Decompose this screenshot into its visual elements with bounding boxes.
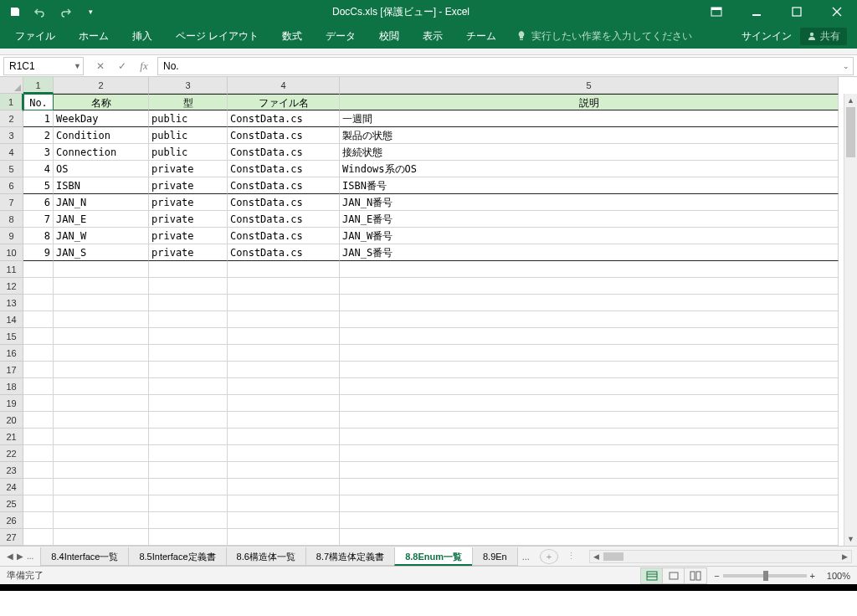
- add-sheet-button[interactable]: +: [540, 549, 558, 564]
- cell[interactable]: [340, 512, 839, 529]
- share-button[interactable]: 共有: [800, 28, 847, 45]
- cell[interactable]: 9: [23, 244, 54, 261]
- cell[interactable]: 6: [23, 194, 54, 211]
- cell[interactable]: public: [149, 127, 228, 144]
- cell[interactable]: [149, 445, 228, 462]
- cell[interactable]: 4: [23, 161, 54, 177]
- row-header[interactable]: 20: [0, 412, 23, 429]
- cell[interactable]: 1: [23, 110, 54, 127]
- row-header[interactable]: 27: [0, 529, 23, 546]
- row-header[interactable]: 2: [0, 110, 23, 127]
- cell[interactable]: ConstData.cs: [228, 228, 340, 244]
- cell[interactable]: [228, 311, 340, 328]
- cell[interactable]: [54, 261, 149, 278]
- grid-body[interactable]: No.名称型ファイル名説明1WeekDaypublicConstData.cs一…: [23, 94, 839, 546]
- cell[interactable]: JAN_E: [54, 211, 149, 228]
- cell[interactable]: [54, 311, 149, 328]
- row-header[interactable]: 7: [0, 194, 23, 211]
- worksheet-tab[interactable]: 8.4Interface一覧: [40, 547, 129, 566]
- header-cell[interactable]: No.: [23, 94, 54, 110]
- cell[interactable]: [228, 529, 340, 546]
- cell[interactable]: [23, 278, 54, 295]
- cell[interactable]: ConstData.cs: [228, 161, 340, 177]
- scroll-down-icon[interactable]: ▼: [844, 532, 857, 546]
- zoom-level[interactable]: 100%: [819, 571, 850, 581]
- cell[interactable]: [149, 261, 228, 278]
- tab-data[interactable]: データ: [314, 24, 367, 48]
- cell[interactable]: [340, 529, 839, 546]
- col-header-2[interactable]: 2: [54, 77, 149, 94]
- tab-nav-next-icon[interactable]: ▶: [17, 552, 23, 561]
- cell[interactable]: [54, 345, 149, 362]
- cell[interactable]: [54, 445, 149, 462]
- cell[interactable]: [340, 261, 839, 278]
- cell[interactable]: JAN_N番号: [340, 194, 839, 211]
- cell[interactable]: [54, 495, 149, 512]
- cell[interactable]: [23, 529, 54, 546]
- cell[interactable]: private: [149, 177, 228, 194]
- cell[interactable]: [340, 345, 839, 362]
- cell[interactable]: [340, 362, 839, 378]
- minimize-button[interactable]: [740, 2, 773, 22]
- zoom-out-button[interactable]: −: [714, 571, 719, 581]
- cell[interactable]: [340, 412, 839, 429]
- cell[interactable]: [340, 445, 839, 462]
- cell[interactable]: Connection: [54, 144, 149, 161]
- row-header[interactable]: 10: [0, 244, 23, 261]
- tab-insert[interactable]: 挿入: [121, 24, 164, 48]
- name-box[interactable]: R1C1 ▼: [3, 57, 84, 75]
- cell[interactable]: [340, 429, 839, 445]
- tab-review[interactable]: 校閲: [367, 24, 411, 48]
- cell[interactable]: private: [149, 228, 228, 244]
- cell[interactable]: [340, 479, 839, 495]
- tab-view[interactable]: 表示: [411, 24, 454, 48]
- chevron-down-icon[interactable]: ▼: [74, 62, 81, 70]
- redo-button[interactable]: [54, 2, 77, 22]
- cell[interactable]: [340, 328, 839, 345]
- row-header[interactable]: 13: [0, 295, 23, 311]
- cell[interactable]: [23, 295, 54, 311]
- cell[interactable]: private: [149, 244, 228, 261]
- row-header[interactable]: 26: [0, 512, 23, 529]
- page-layout-view-button[interactable]: [663, 568, 685, 583]
- cell[interactable]: [23, 261, 54, 278]
- row-header[interactable]: 21: [0, 429, 23, 445]
- cell[interactable]: private: [149, 211, 228, 228]
- cell[interactable]: [149, 362, 228, 378]
- maximize-button[interactable]: [780, 2, 813, 22]
- cell[interactable]: [340, 311, 839, 328]
- expand-formula-icon[interactable]: ⌄: [843, 62, 849, 70]
- row-header[interactable]: 23: [0, 462, 23, 479]
- row-header[interactable]: 1: [0, 94, 23, 110]
- header-cell[interactable]: 名称: [54, 94, 149, 110]
- cell[interactable]: [54, 462, 149, 479]
- cell[interactable]: [23, 395, 54, 412]
- cell[interactable]: [228, 462, 340, 479]
- scroll-up-icon[interactable]: ▲: [844, 94, 857, 107]
- ribbon-display-button[interactable]: [700, 2, 733, 22]
- cell[interactable]: 3: [23, 144, 54, 161]
- cell[interactable]: [228, 378, 340, 395]
- row-header[interactable]: 25: [0, 495, 23, 512]
- page-break-view-button[interactable]: [685, 568, 706, 583]
- cell[interactable]: JAN_S番号: [340, 244, 839, 261]
- cell[interactable]: [54, 479, 149, 495]
- cell[interactable]: JAN_N: [54, 194, 149, 211]
- cell[interactable]: [54, 295, 149, 311]
- row-header[interactable]: 17: [0, 362, 23, 378]
- cell[interactable]: 7: [23, 211, 54, 228]
- normal-view-button[interactable]: [641, 568, 663, 583]
- cell[interactable]: [54, 395, 149, 412]
- row-header[interactable]: 6: [0, 177, 23, 194]
- tab-nav-prev-icon[interactable]: ◀: [7, 552, 13, 561]
- cell[interactable]: Condition: [54, 127, 149, 144]
- cell[interactable]: [340, 378, 839, 395]
- row-header[interactable]: 16: [0, 345, 23, 362]
- cell[interactable]: [54, 362, 149, 378]
- horizontal-scrollbar[interactable]: ◀ ▶: [589, 550, 852, 563]
- qat-customize-icon[interactable]: ▾: [79, 2, 102, 22]
- cell[interactable]: private: [149, 194, 228, 211]
- cell[interactable]: [228, 512, 340, 529]
- cell[interactable]: [149, 395, 228, 412]
- enter-formula-button[interactable]: ✓: [112, 57, 132, 75]
